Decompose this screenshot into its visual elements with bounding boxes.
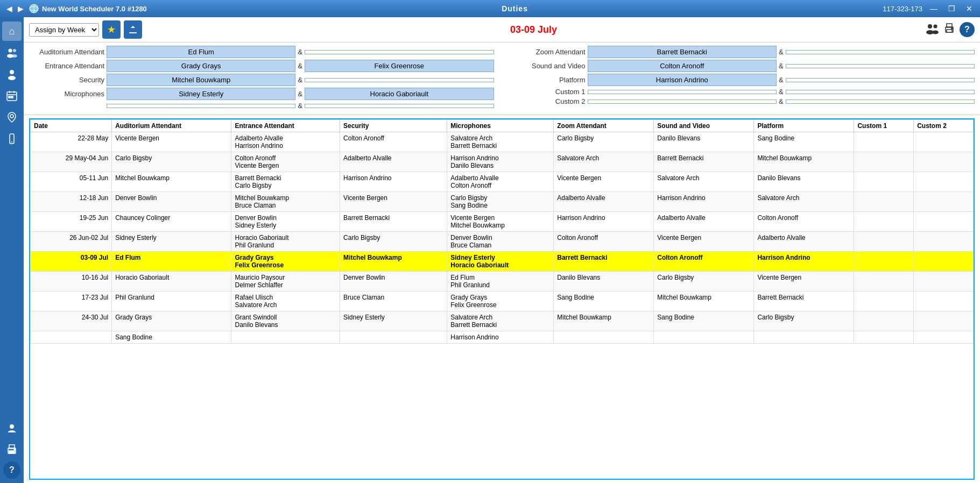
sidebar-item-map[interactable]: [2, 108, 22, 127]
cell-microphones: Adalberto AlvalleColton Aronoff: [447, 172, 554, 192]
cell-microphones: Grady GraysFelix Greenrose: [447, 292, 554, 311]
cell-microphones: Vicente BergenMitchel Bouwkamp: [447, 212, 554, 232]
cell-custom2: [914, 292, 974, 311]
svg-point-6: [12, 54, 17, 58]
cell-soundvideo: Salvatore Arch: [654, 172, 754, 192]
svg-point-24: [928, 24, 932, 29]
entrance-person2[interactable]: Felix Greenrose: [305, 60, 493, 72]
sidebar-item-person[interactable]: [2, 65, 22, 84]
week-select[interactable]: Assign by Week: [29, 23, 99, 37]
svg-point-15: [10, 115, 13, 118]
custom2-label: Custom 2: [510, 97, 586, 105]
security-amp: &: [298, 76, 302, 84]
cell-custom1: [854, 292, 914, 311]
star-button[interactable]: ★: [102, 20, 121, 39]
cell-security: Sidney Esterly: [340, 311, 447, 331]
cell-custom2: [914, 152, 974, 172]
sidebar-item-user[interactable]: [2, 418, 22, 438]
cell-date: 26 Jun-02 Jul: [31, 232, 112, 252]
sidebar-item-calendar[interactable]: [2, 86, 22, 105]
zoom-person2[interactable]: [786, 50, 975, 54]
custom2-person1[interactable]: [588, 100, 777, 104]
cell-platform: Salvatore Arch: [754, 192, 854, 212]
extra-left-person2[interactable]: [305, 104, 493, 108]
cell-custom1: [854, 132, 914, 152]
cell-auditorium: Carlo Bigsby: [112, 152, 231, 172]
security-person2[interactable]: [305, 78, 493, 82]
cell-security: Bruce Claman: [340, 292, 447, 311]
sidebar: ⌂: [0, 17, 24, 483]
svg-point-26: [934, 24, 937, 28]
close-button[interactable]: ✕: [963, 3, 976, 14]
sound-person2[interactable]: [786, 64, 975, 68]
upload-button[interactable]: [124, 20, 142, 39]
microphones-amp: &: [298, 90, 302, 98]
custom1-label: Custom 1: [510, 88, 586, 96]
sidebar-item-home[interactable]: ⌂: [2, 22, 22, 41]
svg-point-18: [10, 424, 14, 429]
auditorium-person2[interactable]: [305, 50, 493, 54]
zoom-person1[interactable]: Barrett Bernacki: [588, 46, 777, 58]
maximize-button[interactable]: ❐: [945, 3, 958, 14]
schedule-table-container[interactable]: Date Auditorium Attendant Entrance Atten…: [29, 118, 975, 480]
cell-platform: Colton Aronoff: [754, 212, 854, 232]
microphones-person1[interactable]: Sidney Esterly: [107, 88, 295, 100]
nav-fwd-button[interactable]: ▶: [16, 3, 26, 14]
cell-entrance: Horacio GaboriaultPhil Granlund: [231, 232, 340, 252]
sidebar-item-mobile[interactable]: [2, 129, 22, 148]
sidebar-item-help[interactable]: ?: [3, 461, 20, 479]
app-title: New World Scheduler 7.0 #1280: [42, 5, 147, 13]
cell-entrance: Grady GraysFelix Greenrose: [231, 252, 340, 272]
custom2-person2[interactable]: [786, 100, 975, 104]
table-row: 26 Jun-02 JulSidney EsterlyHoracio Gabor…: [31, 232, 974, 252]
cell-entrance: Adalberto AlvalleHarrison Andrino: [231, 132, 340, 152]
platform-row: Platform Harrison Andrino &: [510, 74, 975, 86]
entrance-person1[interactable]: Grady Grays: [107, 60, 295, 72]
cell-platform: Carlo Bigsby: [754, 311, 854, 331]
custom1-person1[interactable]: [588, 90, 777, 94]
svg-point-31: [951, 27, 953, 29]
cell-auditorium: Denver Bowlin: [112, 192, 231, 212]
help-icon-button[interactable]: ?: [960, 22, 975, 37]
platform-label: Platform: [510, 76, 586, 84]
custom1-person2[interactable]: [786, 90, 975, 94]
print-icon-button[interactable]: [943, 23, 955, 37]
toolbar: Assign by Week ★ 03-09 July: [24, 17, 980, 42]
minimize-button[interactable]: —: [927, 3, 941, 14]
cell-entrance: Barrett BernackiCarlo Bigsby: [231, 172, 340, 192]
sidebar-item-print[interactable]: [2, 440, 22, 459]
nav-back-button[interactable]: ◀: [4, 3, 15, 14]
main-layout: ⌂: [0, 17, 980, 483]
cell-custom1: [854, 272, 914, 292]
cell-date: 29 May-04 Jun: [31, 152, 112, 172]
platform-person1[interactable]: Harrison Andrino: [588, 74, 777, 86]
cell-soundvideo: Carlo Bigsby: [654, 272, 754, 292]
cell-date: 10-16 Jul: [31, 272, 112, 292]
entrance-label: Entrance Attendant: [29, 62, 104, 70]
extra-left-person1[interactable]: [107, 104, 295, 108]
cell-entrance: Grant SwindollDanilo Blevans: [231, 311, 340, 331]
cell-security: Colton Aronoff: [340, 132, 447, 152]
sidebar-item-people[interactable]: [2, 43, 22, 62]
zoom-amp: &: [779, 48, 784, 56]
sound-person1[interactable]: Colton Aronoff: [588, 60, 777, 72]
cell-custom1: [854, 331, 914, 344]
cell-platform: [754, 331, 854, 344]
col-zoom: Zoom Attendant: [554, 120, 654, 132]
cell-custom2: [914, 232, 974, 252]
auditorium-person1[interactable]: Ed Flum: [107, 46, 295, 58]
cell-microphones: Salvatore ArchBarrett Bernacki: [447, 132, 554, 152]
table-row: 24-30 JulGrady GraysGrant SwindollDanilo…: [31, 311, 974, 331]
svg-point-27: [932, 30, 939, 34]
sound-label: Sound and Video: [510, 62, 586, 70]
sound-amp: &: [779, 62, 784, 70]
cell-custom1: [854, 232, 914, 252]
cell-microphones: Salvatore ArchBarrett Bernacki: [447, 311, 554, 331]
people-icon-button[interactable]: [925, 23, 939, 37]
cell-auditorium: Mitchel Bouwkamp: [112, 172, 231, 192]
microphones-person2[interactable]: Horacio Gaboriault: [305, 88, 493, 100]
platform-person2[interactable]: [786, 78, 975, 82]
security-person1[interactable]: Mitchel Bouwkamp: [107, 74, 295, 86]
cell-custom2: [914, 311, 974, 331]
cell-auditorium: Sang Bodine: [112, 331, 231, 344]
